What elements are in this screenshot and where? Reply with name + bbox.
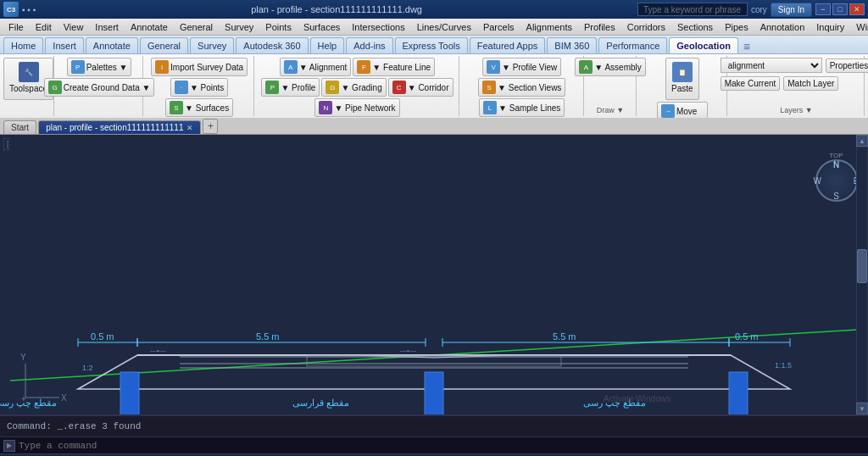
menu-general[interactable]: General — [175, 20, 218, 34]
layer-properties-button[interactable]: Properties — [826, 58, 868, 73]
minimize-button[interactable]: − — [815, 3, 831, 15]
compass-circle: N S E W — [815, 159, 858, 202]
compass-n: N — [833, 160, 839, 170]
menu-survey[interactable]: Survey — [220, 20, 259, 34]
ribbon-group-layers: alignment Properties Make Current Match … — [729, 56, 865, 116]
menu-inquiry[interactable]: Inquiry — [811, 20, 849, 34]
scroll-thumb[interactable] — [857, 249, 867, 283]
ribbon-expand-icon[interactable]: ≡ — [743, 40, 750, 53]
menu-surfaces[interactable]: Surfaces — [298, 20, 345, 34]
menu-alignments[interactable]: Alignments — [521, 20, 577, 34]
ribbon-group-draw: A▼ Assembly Draw ▼ — [586, 56, 637, 116]
menu-corridors[interactable]: Corridors — [622, 20, 670, 34]
sl-icon: L — [483, 101, 497, 114]
svg-text:5.5 m: 5.5 m — [553, 331, 576, 342]
svg-text:X: X — [61, 393, 67, 403]
menu-view[interactable]: View — [58, 20, 89, 34]
close-button[interactable]: ✕ — [849, 3, 865, 15]
surfaces-button[interactable]: S▼ Surfaces — [165, 98, 233, 117]
menu-annotate[interactable]: Annotate — [125, 20, 173, 34]
drawing-canvas: 0.5 m 5.5 m 5.5 m 0.5 m 1:2 1:1.5 مقطع چ… — [0, 135, 868, 414]
assembly-icon: A — [579, 60, 593, 74]
corridor-icon: C — [392, 81, 406, 94]
compass-top-label: TOP — [813, 152, 860, 159]
menu-edit[interactable]: Edit — [31, 20, 57, 34]
drawing-area[interactable]: [−][Top][3D Wireframe] m Area: 9.63m2 0+… — [0, 135, 868, 414]
title-right: cory Sign In − □ ✕ — [637, 3, 865, 17]
svg-text:—•—: —•— — [400, 347, 416, 354]
doc-tab-start[interactable]: Start — [3, 120, 36, 134]
ribbon-group-palettes: PPalettes ▼ GCreate Ground Data ▼ — [56, 56, 143, 116]
menu-sections[interactable]: Sections — [672, 20, 718, 34]
menu-annotation[interactable]: Annotation — [755, 20, 810, 34]
scroll-down-button[interactable]: ▼ — [856, 403, 868, 414]
tab-home[interactable]: Home — [3, 37, 43, 53]
move-button[interactable]: →Move — [657, 102, 708, 118]
profile-button[interactable]: P▼ Profile — [261, 78, 320, 97]
menu-insert[interactable]: Insert — [90, 20, 124, 34]
create-ground-data-button[interactable]: GCreate Ground Data ▼ — [44, 78, 155, 97]
tab-featured[interactable]: Featured Apps — [470, 37, 546, 53]
tab-help[interactable]: Help — [310, 37, 345, 53]
command-output: Command: _.erase 3 found — [0, 416, 868, 437]
points-icon: · — [175, 81, 188, 94]
section-views-button[interactable]: S▼ Section Views — [478, 78, 565, 97]
command-output-text: Command: _.erase 3 found — [7, 421, 141, 431]
match-layer-button[interactable]: Match Layer — [783, 76, 838, 91]
tab-expresstools[interactable]: Express Tools — [395, 37, 468, 53]
title-bar: C3 ▪ ▪ ▪ plan - profile - section1111111… — [0, 0, 868, 19]
points-button[interactable]: ·▼ Points — [170, 78, 228, 97]
import-survey-button[interactable]: IImport Survey Data — [151, 58, 248, 76]
menu-intersections[interactable]: Intersections — [347, 20, 409, 34]
tab-insert[interactable]: Insert — [45, 37, 84, 53]
command-input[interactable] — [19, 441, 865, 451]
tab-performance[interactable]: Performance — [598, 37, 667, 53]
menu-file[interactable]: File — [3, 20, 29, 34]
tab-annotate[interactable]: Annotate — [86, 37, 138, 53]
sign-in-button[interactable]: Sign In — [771, 3, 812, 17]
command-area: Command: _.erase 3 found ▶ — [0, 414, 868, 453]
grading-button[interactable]: G▼ Grading — [321, 78, 386, 97]
tab-addins[interactable]: Add-ins — [346, 37, 392, 53]
search-input[interactable] — [637, 3, 748, 16]
layer-select[interactable]: alignment — [721, 58, 822, 73]
alignment-button[interactable]: A▼ Alignment — [280, 58, 352, 76]
assembly-button[interactable]: A▼ Assembly — [575, 58, 645, 76]
svg-text:مقطع قرارسی: مقطع قرارسی — [292, 398, 349, 409]
scroll-up-button[interactable]: ▲ — [856, 135, 868, 147]
palettes-button[interactable]: PPalettes ▼ — [67, 58, 132, 76]
doc-tab-add[interactable]: + — [203, 119, 218, 134]
make-current-button[interactable]: Make Current — [721, 76, 781, 91]
tab-survey[interactable]: Survey — [190, 37, 234, 53]
profile-section-label: Profile & Section Views — [482, 117, 561, 118]
menu-points[interactable]: Points — [260, 20, 297, 34]
tab-geolocation[interactable]: Geolocation — [669, 37, 738, 53]
ribbon-group-clipboard: 📋 Paste →Move CCopy SStretch ↻Rotate MMi… — [638, 56, 727, 116]
ribbon-tabs: Home Insert Annotate General Survey Auto… — [0, 36, 868, 54]
pipe-network-button[interactable]: N▼ Pipe Network — [314, 98, 399, 117]
tab-bim360[interactable]: BIM 360 — [547, 37, 597, 53]
corridor-button[interactable]: C▼ Corridor — [388, 78, 453, 97]
menu-window[interactable]: Window — [851, 20, 868, 34]
tab-autodesk360[interactable]: Autodesk 360 — [236, 37, 308, 53]
doc-tab-main[interactable]: plan - profile - section111111111111 ✕ — [38, 120, 201, 134]
paste-button[interactable]: 📋 Paste — [665, 58, 699, 100]
svg-rect-11 — [425, 372, 443, 414]
svg-text:1:2: 1:2 — [82, 364, 93, 372]
tab-general[interactable]: General — [140, 37, 188, 53]
menu-lines-curves[interactable]: Lines/Curves — [412, 20, 476, 34]
menu-pipes[interactable]: Pipes — [720, 20, 754, 34]
svg-text:+: + — [21, 394, 26, 403]
command-prompt-icon: ▶ — [3, 440, 15, 452]
profile-view-button[interactable]: V▼ Profile View — [482, 58, 561, 76]
vertical-scrollbar[interactable]: ▲ ▼ — [856, 135, 868, 414]
sample-lines-button[interactable]: L▼ Sample Lines — [479, 98, 565, 117]
feature-line-button[interactable]: F▼ Feature Line — [353, 58, 435, 76]
doc-tab-close[interactable]: ✕ — [186, 124, 193, 132]
layers-label: Layers ▼ — [780, 104, 812, 114]
menu-profiles[interactable]: Profiles — [579, 20, 620, 34]
title-left: C3 ▪ ▪ ▪ — [3, 2, 36, 17]
menu-parcels[interactable]: Parcels — [478, 20, 520, 34]
scroll-track[interactable] — [857, 147, 867, 402]
restore-button[interactable]: □ — [832, 3, 848, 15]
